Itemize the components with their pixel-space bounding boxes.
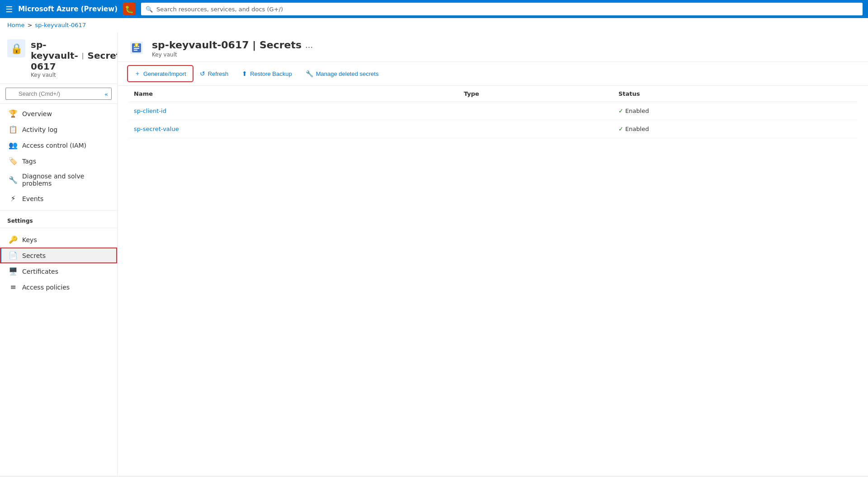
manage-deleted-button[interactable]: 🔧 Manage deleted secrets xyxy=(300,67,385,80)
activity-log-icon: 📋 xyxy=(9,125,18,134)
sidebar-item-keys[interactable]: 🔑 Keys xyxy=(0,232,117,248)
sidebar-item-secrets[interactable]: 📄 Secrets xyxy=(0,248,117,263)
breadcrumb: Home > sp-keyvault-0617 xyxy=(0,18,868,32)
access-policies-icon: ≡ xyxy=(9,283,18,291)
global-search-bar[interactable]: 🔍 Search resources, services, and docs (… xyxy=(141,3,863,15)
settings-divider xyxy=(0,228,117,228)
sidebar-item-diagnose[interactable]: 🔧 Diagnose and solve problems xyxy=(0,169,117,191)
resource-header: 🔒 sp-keyvault-0617 | Secrets ... Key vau… xyxy=(0,32,117,84)
search-icon: 🔍 xyxy=(146,6,153,13)
page-icon xyxy=(128,40,145,57)
sidebar-label-events: Events xyxy=(22,195,43,202)
sidebar-search-container: 🔍 « xyxy=(0,84,117,104)
sidebar-label-secrets: Secrets xyxy=(22,252,46,259)
page-ellipsis-button[interactable]: ... xyxy=(305,40,313,50)
svg-rect-4 xyxy=(134,50,137,51)
page-title-info: sp-keyvault-0617 | Secrets ... Key vault xyxy=(152,39,313,58)
sidebar-item-access-control[interactable]: 👥 Access control (IAM) xyxy=(0,137,117,153)
search-placeholder: Search resources, services, and docs (G+… xyxy=(156,6,283,13)
secret-name-cell: sp-client-id xyxy=(128,102,458,120)
diagnose-icon: 🔧 xyxy=(9,176,18,184)
sidebar-label-keys: Keys xyxy=(22,236,37,243)
main-layout: 🔒 sp-keyvault-0617 | Secrets ... Key vau… xyxy=(0,32,868,476)
sidebar-label-diagnose: Diagnose and solve problems xyxy=(22,173,110,187)
page-title-text: sp-keyvault-0617 | Secrets xyxy=(152,39,302,51)
sidebar-item-events[interactable]: ⚡ Events xyxy=(0,191,117,206)
hamburger-icon[interactable]: ☰ xyxy=(5,5,13,14)
nav-section-settings: 🔑 Keys 📄 Secrets 🖥️ Certificates ≡ Acces… xyxy=(0,230,117,297)
sidebar-item-overview[interactable]: 🏆 Overview xyxy=(0,106,117,122)
secret-type-cell xyxy=(458,102,613,120)
manage-deleted-label: Manage deleted secrets xyxy=(316,70,379,77)
page-subtitle: Key vault xyxy=(152,51,313,58)
sidebar-item-certificates[interactable]: 🖥️ Certificates xyxy=(0,263,117,279)
sidebar-item-access-policies[interactable]: ≡ Access policies xyxy=(0,279,117,295)
svg-rect-7 xyxy=(136,45,137,47)
restore-backup-icon: ⬆ xyxy=(242,70,247,77)
sidebar-label-certificates: Certificates xyxy=(22,268,58,275)
refresh-button[interactable]: ↺ Refresh xyxy=(194,67,235,80)
breadcrumb-home[interactable]: Home xyxy=(7,22,24,28)
restore-backup-button[interactable]: ⬆ Restore Backup xyxy=(236,67,298,80)
bug-icon[interactable]: 🐛 xyxy=(123,3,136,15)
top-navigation: ☰ Microsoft Azure (Preview) 🐛 🔍 Search r… xyxy=(0,0,868,18)
restore-backup-label: Restore Backup xyxy=(250,70,292,77)
secrets-toolbar: ＋ Generate/Import ↺ Refresh ⬆ Restore Ba… xyxy=(118,62,868,86)
secrets-table: Name Type Status sp-client-id✓Enabledsp-… xyxy=(128,86,857,138)
sidebar-search-input[interactable] xyxy=(5,88,112,100)
table-row[interactable]: sp-secret-value✓Enabled xyxy=(128,120,857,138)
resource-type: Key vault xyxy=(31,72,118,78)
breadcrumb-current[interactable]: sp-keyvault-0617 xyxy=(35,22,86,28)
resource-icon: 🔒 xyxy=(7,39,25,57)
access-control-icon: 👥 xyxy=(9,141,18,150)
secrets-table-container: Name Type Status sp-client-id✓Enabledsp-… xyxy=(118,86,868,138)
secret-name-cell: sp-secret-value xyxy=(128,120,458,138)
table-header-row: Name Type Status xyxy=(128,86,857,102)
sidebar-label-overview: Overview xyxy=(22,110,52,117)
tags-icon: 🏷️ xyxy=(9,157,18,165)
sidebar-label-access-policies: Access policies xyxy=(22,284,70,291)
secret-type-cell xyxy=(458,120,613,138)
sidebar-label-tags: Tags xyxy=(22,158,36,165)
col-status-header: Status xyxy=(613,86,857,102)
sidebar-label-activity-log: Activity log xyxy=(22,126,57,133)
manage-deleted-icon: 🔧 xyxy=(306,70,313,77)
sidebar: 🔒 sp-keyvault-0617 | Secrets ... Key vau… xyxy=(0,32,118,476)
svg-rect-3 xyxy=(134,48,139,49)
resource-name: sp-keyvault-0617 xyxy=(31,39,78,72)
secrets-icon: 📄 xyxy=(9,251,18,260)
table-row[interactable]: sp-client-id✓Enabled xyxy=(128,102,857,120)
generate-import-icon: ＋ xyxy=(134,70,141,78)
events-icon: ⚡ xyxy=(9,194,18,203)
keys-icon: 🔑 xyxy=(9,235,18,244)
col-name-header: Name xyxy=(128,86,458,102)
resource-info: sp-keyvault-0617 | Secrets ... Key vault xyxy=(31,39,118,78)
collapse-sidebar-button[interactable]: « xyxy=(104,90,108,97)
secret-status-cell: ✓Enabled xyxy=(613,102,857,120)
sidebar-item-activity-log[interactable]: 📋 Activity log xyxy=(0,122,117,137)
sidebar-item-tags[interactable]: 🏷️ Tags xyxy=(0,153,117,169)
app-title: Microsoft Azure (Preview) xyxy=(18,5,118,13)
sidebar-label-access-control: Access control (IAM) xyxy=(22,142,86,149)
nav-section-main: 🏆 Overview 📋 Activity log 👥 Access contr… xyxy=(0,104,117,208)
settings-section-title: Settings xyxy=(0,212,117,226)
breadcrumb-separator: > xyxy=(27,22,32,28)
certificates-icon: 🖥️ xyxy=(9,267,18,276)
resource-separator: | xyxy=(82,52,84,59)
secret-status-cell: ✓Enabled xyxy=(613,120,857,138)
nav-divider xyxy=(0,210,117,210)
refresh-label: Refresh xyxy=(208,70,229,77)
main-content: sp-keyvault-0617 | Secrets ... Key vault… xyxy=(118,32,868,476)
refresh-icon: ↺ xyxy=(200,70,205,77)
page-title: Secrets xyxy=(88,50,118,61)
generate-import-button[interactable]: ＋ Generate/Import xyxy=(128,66,192,81)
overview-icon: 🏆 xyxy=(9,109,18,118)
generate-import-label: Generate/Import xyxy=(143,70,186,77)
page-title-row: sp-keyvault-0617 | Secrets ... Key vault xyxy=(118,32,868,62)
col-type-header: Type xyxy=(458,86,613,102)
